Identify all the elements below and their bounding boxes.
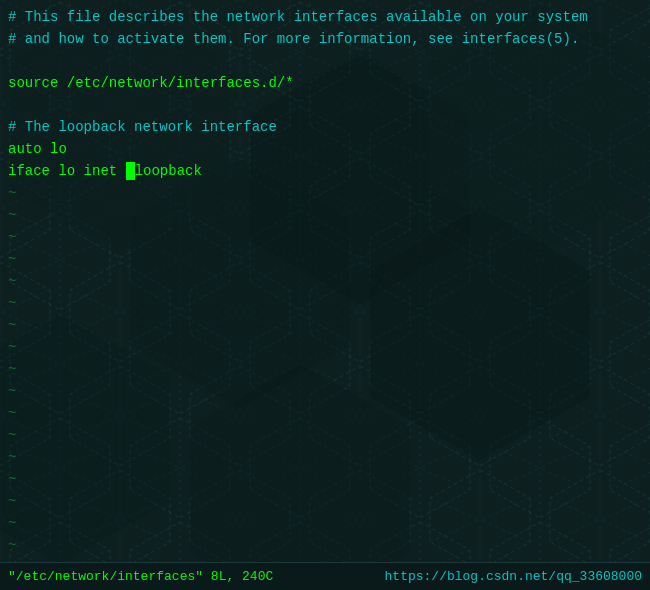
tilde-line-6: ~ [8, 292, 642, 314]
line-5 [8, 94, 642, 116]
tilde-line-15: ~ [8, 490, 642, 512]
tilde-line-4: ~ [8, 248, 642, 270]
line-7: auto lo [8, 138, 642, 160]
line-6-text: # The loopback network interface [8, 116, 277, 138]
tilde-line-17: ~ [8, 534, 642, 556]
line-1-text: # This file describes the network interf… [8, 6, 588, 28]
text-cursor [126, 162, 135, 180]
tilde-line-3: ~ [8, 226, 642, 248]
tilde-line-1: ~ [8, 182, 642, 204]
line-1: # This file describes the network interf… [8, 6, 642, 28]
tilde-line-2: ~ [8, 204, 642, 226]
tilde-line-16: ~ [8, 512, 642, 534]
status-filename: "/etc/network/interfaces" 8L, 240C [8, 569, 273, 584]
line-8-after: loopback [135, 160, 202, 182]
tilde-line-10: ~ [8, 380, 642, 402]
tilde-line-9: ~ [8, 358, 642, 380]
tilde-line-11: ~ [8, 402, 642, 424]
line-8-before: iface lo inet [8, 160, 126, 182]
status-url: https://blog.csdn.net/qq_33608000 [385, 569, 642, 584]
tilde-line-8: ~ [8, 336, 642, 358]
line-4: source /etc/network/interfaces.d/* [8, 72, 642, 94]
line-2: # and how to activate them. For more inf… [8, 28, 642, 50]
line-7-text: auto lo [8, 138, 67, 160]
editor-content[interactable]: # This file describes the network interf… [0, 0, 650, 560]
line-4-text: source /etc/network/interfaces.d/* [8, 72, 294, 94]
tilde-line-12: ~ [8, 424, 642, 446]
line-3-text [8, 50, 16, 72]
status-bar: "/etc/network/interfaces" 8L, 240C https… [0, 562, 650, 590]
tilde-line-5: ~ [8, 270, 642, 292]
line-5-text [8, 94, 16, 116]
tilde-line-13: ~ [8, 446, 642, 468]
line-3 [8, 50, 642, 72]
tilde-line-7: ~ [8, 314, 642, 336]
line-2-text: # and how to activate them. For more inf… [8, 28, 579, 50]
line-6: # The loopback network interface [8, 116, 642, 138]
editor-container: # This file describes the network interf… [0, 0, 650, 590]
line-8: iface lo inet loopback [8, 160, 642, 182]
tilde-line-14: ~ [8, 468, 642, 490]
